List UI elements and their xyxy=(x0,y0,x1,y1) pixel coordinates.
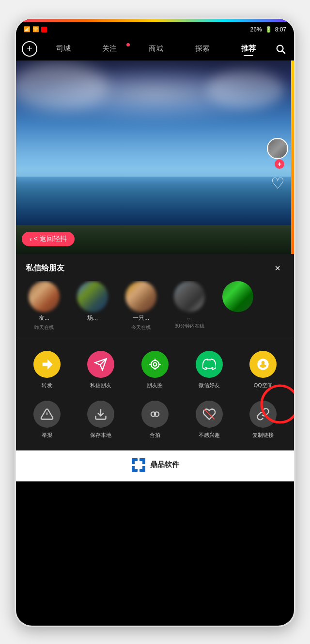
nav-item-shangcheng[interactable]: 商城 xyxy=(134,42,178,55)
bottom-sheet: 私信给朋友 × 友... 昨天在线 场... 一只... 今天在线 .. xyxy=(16,254,294,450)
notinterested-label: 不感兴趣 xyxy=(199,432,220,439)
action-report[interactable]: 举报 xyxy=(20,397,74,443)
duet-label: 合拍 xyxy=(150,432,160,439)
dm-label: 私信朋友 xyxy=(90,382,111,389)
chevron-left-icon: ‹ xyxy=(30,235,32,243)
cloud-2 xyxy=(16,63,108,111)
action-dm[interactable]: 私信朋友 xyxy=(74,347,128,393)
action-forward[interactable]: 转发 xyxy=(20,347,74,393)
video-area: + ♡ ‹ < 返回轻抖 xyxy=(16,60,294,254)
phone-frame: 📶 🛜 26% 🔋 8:07 + 司城 关注 商城 探索 推荐 xyxy=(15,17,295,627)
status-left: 📶 🛜 xyxy=(24,26,47,32)
action-notinterested[interactable]: 不感兴趣 xyxy=(182,397,236,443)
horizon-glow xyxy=(16,167,294,181)
friend-item-1[interactable]: 友... 昨天在线 xyxy=(20,281,68,331)
action-moments[interactable]: 朋友圈 xyxy=(128,347,182,393)
friend-status-4: 30分钟内在线 xyxy=(174,323,204,329)
return-button[interactable]: ‹ < 返回轻抖 xyxy=(22,232,75,246)
logo-text: 鼎品软件 xyxy=(150,460,179,469)
friend-avatar-4 xyxy=(174,281,205,312)
qq-icon xyxy=(249,351,277,378)
save-icon xyxy=(87,401,114,428)
report-icon xyxy=(33,401,61,428)
copylink-icon xyxy=(249,401,277,428)
action-duet[interactable]: 合拍 xyxy=(128,397,182,443)
status-right: 26% 🔋 8:07 xyxy=(250,26,286,33)
friend-item-4[interactable]: ... 30分钟内在线 xyxy=(165,281,214,331)
svg-rect-23 xyxy=(140,461,142,464)
nav-item-tuijian[interactable]: 推荐 xyxy=(226,42,271,55)
battery-icon: 🔋 xyxy=(265,26,272,33)
qq-label: QQ空间 xyxy=(254,382,273,389)
friend-avatar-3 xyxy=(125,281,156,312)
moments-label: 朋友圈 xyxy=(147,382,163,389)
action-wechat[interactable]: 微信好友 xyxy=(182,347,236,393)
action-save[interactable]: 保存本地 xyxy=(74,397,128,443)
side-avatar[interactable] xyxy=(267,138,288,159)
dm-icon xyxy=(87,351,114,378)
action-row-1: 转发 私信朋友 xyxy=(16,341,294,395)
friend-name-2: 场... xyxy=(87,314,98,322)
friend-name-3: 一只... xyxy=(133,314,149,322)
time-text: 8:07 xyxy=(275,26,286,33)
svg-marker-2 xyxy=(42,359,52,369)
friend-name-1: 友... xyxy=(39,314,49,322)
svg-rect-25 xyxy=(140,466,142,469)
friends-row: 友... 昨天在线 场... 一只... 今天在线 ... 30分钟内在线 xyxy=(16,281,294,337)
friend-avatar-1 xyxy=(29,281,60,312)
nav-bar: + 司城 关注 商城 探索 推荐 xyxy=(16,37,294,60)
svg-line-1 xyxy=(282,51,285,53)
friend-item-5[interactable] xyxy=(214,281,262,331)
wechat-label: 微信好友 xyxy=(199,382,220,389)
avatar-image xyxy=(268,139,287,158)
dm-title: 私信给朋友 xyxy=(26,263,64,273)
logo-icon xyxy=(131,457,146,473)
bottom-logo: 鼎品软件 xyxy=(16,450,294,481)
status-bar: 📶 🛜 26% 🔋 8:07 xyxy=(16,22,294,37)
notification-icon xyxy=(41,27,47,32)
friend-status-1: 昨天在线 xyxy=(34,324,54,331)
add-button[interactable]: + xyxy=(22,41,37,57)
nav-item-tansuo[interactable]: 探索 xyxy=(180,42,225,55)
divider xyxy=(16,337,294,337)
svg-point-5 xyxy=(153,362,156,366)
svg-rect-24 xyxy=(135,466,138,469)
action-copylink[interactable]: 复制链接 xyxy=(236,397,290,443)
friend-item-3[interactable]: 一只... 今天在线 xyxy=(117,281,165,331)
friend-status-3: 今天在线 xyxy=(131,324,151,331)
friend-avatar-2 xyxy=(77,281,108,312)
side-border xyxy=(291,60,294,254)
wifi-icon: 🛜 xyxy=(32,26,39,32)
friend-item-2[interactable]: 场... xyxy=(68,281,117,331)
nav-item-guanzhu[interactable]: 关注 xyxy=(88,42,132,55)
like-button[interactable]: ♡ xyxy=(267,173,288,194)
svg-rect-22 xyxy=(135,461,138,464)
friend-name-4: ... xyxy=(187,314,192,321)
signal-icon: 📶 xyxy=(24,26,31,32)
action-qq[interactable]: QQ空间 xyxy=(236,347,290,393)
cloud-3 xyxy=(207,70,284,109)
dm-header: 私信给朋友 × xyxy=(16,262,294,281)
forward-icon xyxy=(33,351,61,378)
notinterested-icon xyxy=(196,401,223,428)
report-label: 举报 xyxy=(42,432,52,439)
battery-text: 26% xyxy=(250,26,262,33)
follow-button[interactable]: + xyxy=(275,159,284,169)
nav-item-sicheng[interactable]: 司城 xyxy=(41,42,86,55)
close-button[interactable]: × xyxy=(271,262,284,275)
duet-icon xyxy=(141,401,169,428)
notification-dot xyxy=(126,43,130,46)
forward-label: 转发 xyxy=(42,382,52,389)
plus-icon: + xyxy=(27,43,32,54)
save-label: 保存本地 xyxy=(90,432,111,439)
wechat-icon xyxy=(196,351,223,378)
action-row-2: 举报 保存本地 合拍 xyxy=(16,395,294,450)
svg-point-6 xyxy=(151,360,159,368)
moments-icon xyxy=(141,351,169,378)
search-button[interactable] xyxy=(273,41,288,57)
friend-avatar-5 xyxy=(222,281,253,312)
copylink-label: 复制链接 xyxy=(252,432,274,439)
